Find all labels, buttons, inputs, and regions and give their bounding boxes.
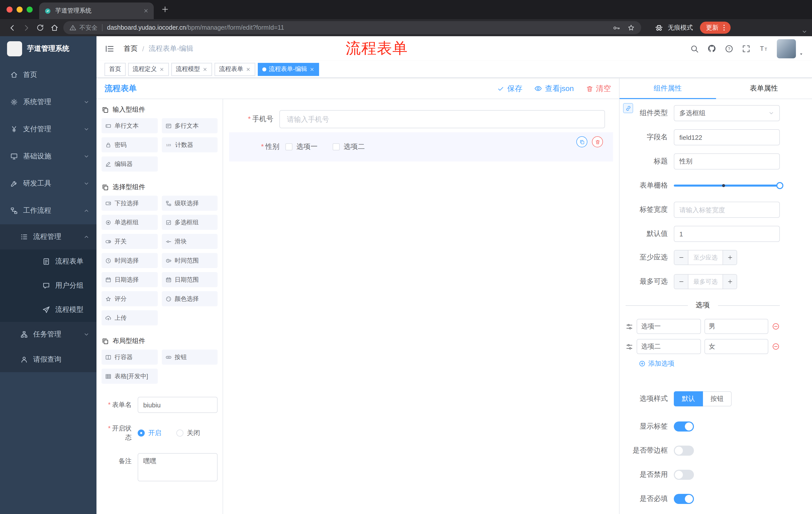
phone-input[interactable]: [279, 110, 605, 128]
sidebar-item-user-group[interactable]: 用户分组: [0, 274, 96, 298]
tab-close-icon[interactable]: [143, 8, 149, 13]
grid-slider[interactable]: [674, 178, 780, 194]
status-radio-off[interactable]: 关闭: [176, 429, 200, 437]
drag-handle-icon[interactable]: [626, 323, 633, 330]
sidebar-item-process-model[interactable]: 流程模型: [0, 298, 96, 322]
checkbox-box[interactable]: [332, 143, 340, 151]
plus-icon[interactable]: [723, 250, 736, 265]
tag-process-definition[interactable]: 流程定义: [128, 63, 169, 76]
option-2-value-input[interactable]: [704, 339, 768, 354]
close-window-button[interactable]: [6, 6, 12, 12]
security-chip[interactable]: 不安全: [69, 23, 97, 32]
browser-tab[interactable]: 芋道管理系统: [39, 2, 154, 19]
title-input[interactable]: [674, 154, 780, 169]
user-menu[interactable]: [777, 39, 804, 58]
disabled-switch[interactable]: [674, 470, 694, 480]
form-name-input[interactable]: [138, 397, 218, 413]
view-json-button[interactable]: 查看json: [534, 84, 574, 93]
tab-component-props[interactable]: 组件属性: [619, 78, 716, 99]
search-icon[interactable]: [690, 44, 699, 53]
bookmark-star-icon[interactable]: [627, 24, 635, 32]
min-select-value[interactable]: 至少应选: [688, 250, 723, 265]
component-checkbox-group[interactable]: 多选框组: [162, 215, 218, 230]
sidebar-item-task-management[interactable]: 任务管理: [0, 322, 96, 347]
component-time-picker[interactable]: 时间选择: [102, 253, 157, 268]
default-value-input[interactable]: [674, 226, 780, 242]
remark-textarea[interactable]: 嘿嘿: [138, 453, 218, 481]
component-multi-line-text[interactable]: 多行文本: [162, 118, 218, 133]
component-editor[interactable]: 编辑器: [102, 156, 157, 171]
component-color-picker[interactable]: 颜色选择: [162, 291, 218, 306]
toolbar-overflow-chevron-icon[interactable]: [802, 29, 808, 35]
plus-icon[interactable]: [723, 275, 736, 289]
save-button[interactable]: 保存: [497, 84, 522, 93]
sidebar-item-devtools[interactable]: 研发工具: [0, 170, 96, 197]
component-counter[interactable]: 计数器: [162, 137, 218, 153]
minimize-window-button[interactable]: [17, 6, 23, 12]
component-date-picker[interactable]: 日期选择: [102, 272, 157, 287]
min-select-stepper[interactable]: 至少应选: [674, 250, 737, 265]
tab-form-props[interactable]: 表单属性: [716, 78, 812, 99]
tag-close-icon[interactable]: [203, 66, 207, 72]
tag-process-form-edit[interactable]: 流程表单-编辑: [258, 63, 319, 76]
component-type-select[interactable]: 多选框组: [674, 105, 780, 121]
option-2-label-input[interactable]: [637, 339, 701, 354]
component-button[interactable]: 按钮: [162, 350, 218, 364]
component-time-range[interactable]: 时间范围: [162, 253, 218, 268]
new-tab-button[interactable]: [161, 5, 169, 13]
border-switch[interactable]: [674, 445, 694, 456]
component-password[interactable]: 密码: [102, 137, 157, 153]
browser-update-button[interactable]: 更新: [700, 22, 731, 34]
zoom-window-button[interactable]: [27, 6, 33, 12]
help-icon[interactable]: [725, 44, 734, 53]
avatar[interactable]: [777, 39, 796, 58]
canvas-field-phone[interactable]: 手机号: [223, 110, 619, 128]
component-date-range[interactable]: 日期范围: [162, 272, 218, 287]
tag-home[interactable]: 首页: [105, 63, 126, 76]
max-select-stepper[interactable]: 最多可选: [674, 274, 737, 289]
option-1-value-input[interactable]: [704, 319, 768, 334]
component-upload[interactable]: 上传: [102, 310, 157, 325]
option-style-button[interactable]: 按钮: [703, 391, 732, 406]
component-single-line-text[interactable]: 单行文本: [102, 118, 157, 133]
max-select-value[interactable]: 最多可选: [688, 275, 723, 289]
component-row-container[interactable]: 行容器: [102, 350, 157, 364]
sidebar-item-process-form[interactable]: 流程表单: [0, 249, 96, 274]
back-icon[interactable]: [5, 21, 19, 35]
remove-option-button[interactable]: [772, 322, 780, 330]
tag-close-icon[interactable]: [159, 66, 164, 72]
fullscreen-icon[interactable]: [742, 44, 751, 53]
checkbox-box[interactable]: [285, 143, 292, 151]
reload-icon[interactable]: [33, 21, 47, 35]
component-select[interactable]: 下拉选择: [102, 196, 157, 211]
browser-home-icon[interactable]: [47, 21, 61, 35]
tag-process-model[interactable]: 流程模型: [171, 63, 212, 76]
minus-icon[interactable]: [674, 250, 688, 265]
tag-process-form[interactable]: 流程表单: [214, 63, 255, 76]
delete-field-button[interactable]: [592, 136, 603, 147]
option-1-label-input[interactable]: [637, 319, 701, 334]
show-label-switch[interactable]: [674, 422, 694, 432]
sidebar-item-home[interactable]: 首页: [0, 61, 96, 88]
label-width-input[interactable]: [674, 202, 780, 218]
sidebar-item-payment[interactable]: 支付管理: [0, 116, 96, 143]
sidebar-item-leave-query[interactable]: 请假查询: [0, 347, 96, 372]
component-radio-group[interactable]: 单选框组: [102, 215, 157, 230]
github-icon[interactable]: [707, 44, 717, 53]
bind-data-button[interactable]: [623, 103, 633, 113]
breadcrumb-home[interactable]: 首页: [124, 44, 138, 53]
sidebar-item-process-management[interactable]: 流程管理: [0, 224, 96, 249]
address-bar[interactable]: 不安全 dashboard.yudao.iocoder.cn/bpm/manag…: [63, 21, 641, 34]
duplicate-field-button[interactable]: [576, 136, 587, 147]
component-rate[interactable]: 评分: [102, 291, 157, 306]
sidebar-item-workflow[interactable]: 工作流程: [0, 197, 96, 224]
minus-icon[interactable]: [674, 275, 688, 289]
required-switch[interactable]: [674, 494, 694, 504]
clear-button[interactable]: 清空: [586, 84, 611, 93]
forward-icon[interactable]: [19, 21, 33, 35]
drag-handle-icon[interactable]: [626, 343, 633, 350]
add-option-button[interactable]: 添加选项: [639, 359, 674, 368]
option-style-default[interactable]: 默认: [674, 391, 703, 406]
sidebar-item-system[interactable]: 系统管理: [0, 88, 96, 116]
password-key-icon[interactable]: [612, 24, 620, 32]
